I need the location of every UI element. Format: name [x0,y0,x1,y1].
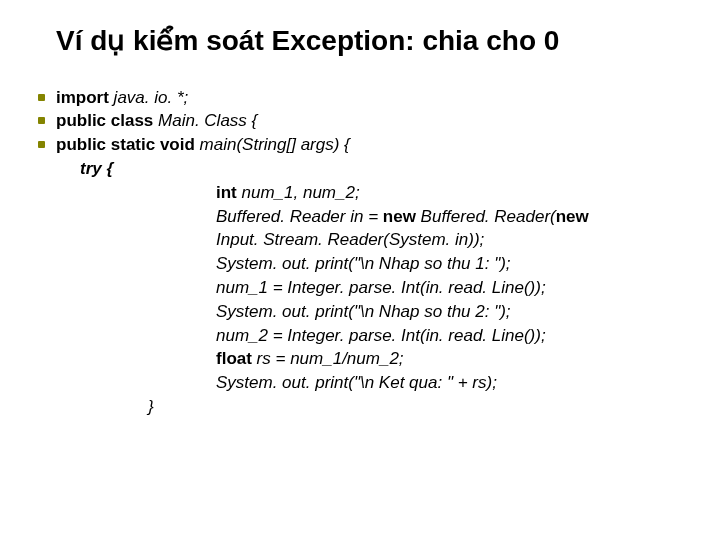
code-line: num_2 = Integer. parse. Int(in. read. Li… [56,324,680,348]
code-line: } [56,395,680,419]
code-line: System. out. print("\n Ket qua: " + rs); [56,371,680,395]
code-line: public class Main. Class { [56,109,680,133]
code-text: num_1, num_2; [237,183,360,202]
code-block: import java. io. *; public class Main. C… [56,86,680,419]
code-close-brace: } [148,397,154,416]
slide: Ví dụ kiểm soát Exception: chia cho 0 im… [0,0,720,540]
code-text: java. io. *; [109,88,188,107]
code-text: main(String[] args) { [195,135,350,154]
keyword-import: import [56,88,109,107]
code-text: System. out. print("\n Nhap so thu 2: ")… [216,302,511,321]
code-line: Input. Stream. Reader(System. in)); [56,228,680,252]
keyword-public-class: public class [56,111,153,130]
keyword-new: new [556,207,589,226]
code-line: System. out. print("\n Nhap so thu 1: ")… [56,252,680,276]
code-text: num_2 = Integer. parse. Int(in. read. Li… [216,326,546,345]
code-line: try { [56,157,680,181]
code-line: System. out. print("\n Nhap so thu 2: ")… [56,300,680,324]
code-text: Input. Stream. Reader(System. in)); [216,230,484,249]
code-line: import java. io. *; [56,86,680,110]
code-text: System. out. print("\n Ket qua: " + rs); [216,373,497,392]
code-text: num_1 = Integer. parse. Int(in. read. Li… [216,278,546,297]
code-text: rs = num_1/num_2; [252,349,404,368]
code-line: Buffered. Reader in = new Buffered. Read… [56,205,680,229]
code-line: int num_1, num_2; [56,181,680,205]
keyword-new: new [383,207,416,226]
slide-title: Ví dụ kiểm soát Exception: chia cho 0 [56,24,680,58]
code-text: Buffered. Reader in = [216,207,383,226]
keyword-try: try { [80,159,113,178]
keyword-float: float [216,349,252,368]
code-text: System. out. print("\n Nhap so thu 1: ")… [216,254,511,273]
keyword-int: int [216,183,237,202]
code-text: Buffered. Reader( [416,207,556,226]
code-line: float rs = num_1/num_2; [56,347,680,371]
code-text: Main. Class { [153,111,257,130]
keyword-public-static-void: public static void [56,135,195,154]
code-line: num_1 = Integer. parse. Int(in. read. Li… [56,276,680,300]
code-line: public static void main(String[] args) { [56,133,680,157]
